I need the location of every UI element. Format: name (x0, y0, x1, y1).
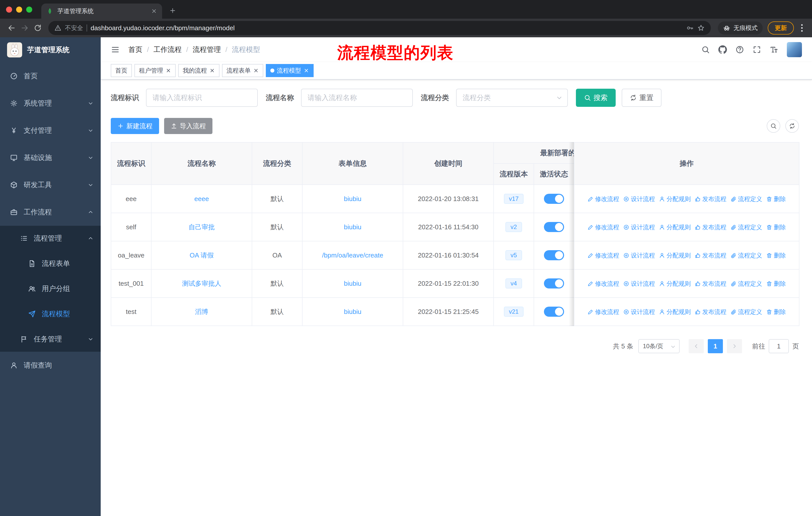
sidebar-item[interactable]: 研发工具 (0, 171, 101, 198)
close-icon[interactable] (209, 68, 215, 73)
view-tag[interactable]: 租户管理 (135, 64, 176, 77)
op-delete-link[interactable]: 删除 (766, 251, 786, 260)
form-info-link[interactable]: biubiu (344, 280, 361, 287)
active-toggle[interactable] (544, 307, 564, 317)
goto-page-input[interactable] (769, 339, 789, 353)
form-info-link[interactable]: biubiu (344, 223, 361, 231)
view-tag[interactable]: 首页 (111, 64, 132, 77)
next-page-button[interactable] (727, 339, 742, 353)
close-icon[interactable] (303, 68, 309, 73)
op-definition-link[interactable]: 流程定义 (730, 280, 762, 288)
filter-text-input[interactable] (301, 89, 413, 107)
process-name-link[interactable]: OA 请假 (190, 251, 213, 259)
window-maximize-button[interactable] (26, 6, 32, 12)
help-icon[interactable] (735, 45, 744, 54)
back-button[interactable] (5, 21, 18, 34)
github-icon[interactable] (718, 45, 727, 54)
collapse-sidebar-icon[interactable] (111, 45, 120, 54)
op-assign-link[interactable]: 分配规则 (659, 195, 691, 203)
op-edit-link[interactable]: 修改流程 (587, 280, 619, 288)
op-design-link[interactable]: 设计流程 (623, 280, 655, 288)
sidebar-item[interactable]: 流程表单 (0, 251, 101, 276)
window-minimize-button[interactable] (16, 6, 22, 12)
active-toggle[interactable] (544, 222, 564, 232)
op-design-link[interactable]: 设计流程 (623, 308, 655, 316)
form-info-link[interactable]: biubiu (344, 195, 361, 202)
breadcrumb-item[interactable]: 流程管理 (193, 45, 221, 54)
sidebar-item[interactable]: 流程管理 (0, 226, 101, 251)
prev-page-button[interactable] (689, 339, 704, 353)
op-design-link[interactable]: 设计流程 (623, 223, 655, 231)
sidebar-item[interactable]: 流程模型 (0, 301, 101, 327)
active-toggle[interactable] (544, 278, 564, 289)
close-icon[interactable] (253, 68, 259, 73)
op-delete-link[interactable]: 删除 (766, 223, 786, 231)
font-size-icon[interactable] (770, 45, 778, 54)
user-avatar[interactable] (787, 42, 802, 57)
new-tab-button[interactable] (166, 4, 179, 17)
view-tag[interactable]: 流程模型 (266, 64, 314, 77)
sidebar-item[interactable]: 首页 (0, 62, 101, 90)
process-name-link[interactable]: eeee (194, 195, 209, 202)
close-icon[interactable] (166, 68, 171, 73)
form-info-link[interactable]: biubiu (344, 308, 361, 316)
import-process-button[interactable]: 导入流程 (164, 118, 212, 134)
sidebar-item[interactable]: 基础设施 (0, 144, 101, 171)
op-delete-link[interactable]: 删除 (766, 195, 786, 203)
op-publish-link[interactable]: 发布流程 (695, 308, 726, 316)
op-definition-link[interactable]: 流程定义 (730, 223, 762, 231)
op-definition-link[interactable]: 流程定义 (730, 195, 762, 203)
window-close-button[interactable] (6, 6, 12, 12)
category-select[interactable] (456, 89, 568, 107)
browser-tab[interactable]: 芋道管理系统 (41, 3, 162, 19)
sidebar-logo[interactable]: 芋道管理系统 (0, 37, 101, 62)
op-assign-link[interactable]: 分配规则 (659, 280, 691, 288)
process-name-link[interactable]: 测试多审批人 (182, 280, 221, 287)
op-delete-link[interactable]: 删除 (766, 308, 786, 316)
reload-button[interactable] (31, 21, 44, 34)
view-tag[interactable]: 流程表单 (222, 64, 263, 77)
op-publish-link[interactable]: 发布流程 (695, 223, 726, 231)
current-page-button[interactable]: 1 (708, 339, 723, 353)
search-button[interactable]: 搜索 (576, 89, 616, 107)
op-assign-link[interactable]: 分配规则 (659, 223, 691, 231)
op-edit-link[interactable]: 修改流程 (587, 308, 619, 316)
op-edit-link[interactable]: 修改流程 (587, 251, 619, 260)
forward-button[interactable] (18, 21, 31, 34)
op-edit-link[interactable]: 修改流程 (587, 223, 619, 231)
key-icon[interactable] (686, 24, 694, 32)
reset-button[interactable]: 重置 (622, 89, 662, 107)
process-name-link[interactable]: 自己审批 (188, 223, 215, 231)
op-assign-link[interactable]: 分配规则 (659, 308, 691, 316)
view-tag[interactable]: 我的流程 (178, 64, 220, 77)
process-name-link[interactable]: 滔博 (195, 308, 208, 316)
sidebar-item[interactable]: 系统管理 (0, 90, 101, 117)
update-button[interactable]: 更新 (768, 21, 794, 34)
page-size-select[interactable]: 10条/页 (638, 339, 679, 353)
sidebar-item[interactable]: 支付管理 (0, 117, 101, 144)
sidebar-item[interactable]: 工作流程 (0, 198, 101, 226)
op-publish-link[interactable]: 发布流程 (695, 195, 726, 203)
breadcrumb-item[interactable]: 首页 (128, 45, 142, 54)
op-definition-link[interactable]: 流程定义 (730, 308, 762, 316)
op-publish-link[interactable]: 发布流程 (695, 280, 726, 288)
filter-text-input[interactable] (146, 89, 258, 107)
create-process-button[interactable]: 新建流程 (111, 118, 159, 134)
sidebar-item[interactable]: 请假查询 (0, 352, 101, 379)
toggle-search-button[interactable] (767, 119, 780, 133)
fullscreen-icon[interactable] (753, 45, 761, 54)
breadcrumb-item[interactable]: 工作流程 (153, 45, 182, 54)
op-publish-link[interactable]: 发布流程 (695, 251, 726, 260)
browser-menu-icon[interactable] (797, 23, 807, 33)
op-definition-link[interactable]: 流程定义 (730, 251, 762, 260)
op-assign-link[interactable]: 分配规则 (659, 251, 691, 260)
active-toggle[interactable] (544, 250, 564, 260)
header-search-icon[interactable] (701, 45, 710, 54)
op-edit-link[interactable]: 修改流程 (587, 195, 619, 203)
op-delete-link[interactable]: 删除 (766, 280, 786, 288)
refresh-table-button[interactable] (785, 119, 799, 133)
op-design-link[interactable]: 设计流程 (623, 195, 655, 203)
form-info-link[interactable]: /bpm/oa/leave/create (322, 251, 383, 259)
bookmark-star-icon[interactable] (697, 24, 705, 32)
sidebar-item[interactable]: 用户分组 (0, 276, 101, 301)
